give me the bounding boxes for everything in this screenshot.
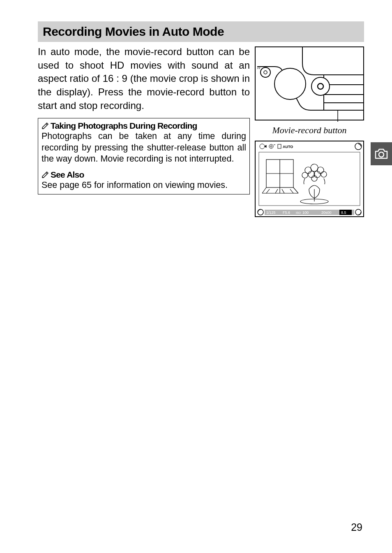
svg-point-9 bbox=[318, 83, 323, 89]
pencil-icon bbox=[42, 171, 49, 178]
section-title: Recording Movies in Auto Mode bbox=[38, 21, 364, 42]
camera-icon bbox=[374, 148, 388, 160]
note-box: Taking Photographs During Recording Phot… bbox=[38, 118, 250, 194]
note-body-2: See page 65 for information on viewing m… bbox=[42, 180, 246, 191]
svg-text:ISO: ISO bbox=[296, 211, 301, 214]
note-body-1: Photographs can be taken at any time dur… bbox=[42, 131, 246, 165]
svg-rect-15 bbox=[255, 141, 364, 217]
svg-text:8.5: 8.5 bbox=[341, 211, 346, 215]
svg-rect-2 bbox=[255, 47, 364, 120]
page-number: 29 bbox=[351, 521, 362, 533]
svg-point-7 bbox=[274, 68, 306, 99]
svg-point-45 bbox=[379, 152, 384, 157]
camera-top-diagram: FF bbox=[255, 45, 364, 123]
diagram-caption: Movie-record button bbox=[255, 125, 364, 136]
svg-point-10 bbox=[261, 67, 270, 77]
note-title-2: See Also bbox=[51, 170, 84, 180]
lcd-preview: AUTO bbox=[255, 140, 364, 218]
note-title-1: Taking Photographs During Recording bbox=[51, 121, 197, 131]
svg-text:100: 100 bbox=[302, 211, 309, 215]
svg-text:AUTO: AUTO bbox=[283, 145, 293, 149]
intro-paragraph: In auto mode, the movie-record button ca… bbox=[38, 45, 250, 112]
svg-text:FF: FF bbox=[257, 67, 261, 70]
svg-text:20s00: 20s00 bbox=[321, 211, 332, 215]
pencil-icon bbox=[42, 122, 49, 130]
svg-text:1/125: 1/125 bbox=[266, 211, 276, 215]
svg-text:F5.6: F5.6 bbox=[283, 211, 290, 215]
chapter-tab bbox=[371, 142, 392, 165]
